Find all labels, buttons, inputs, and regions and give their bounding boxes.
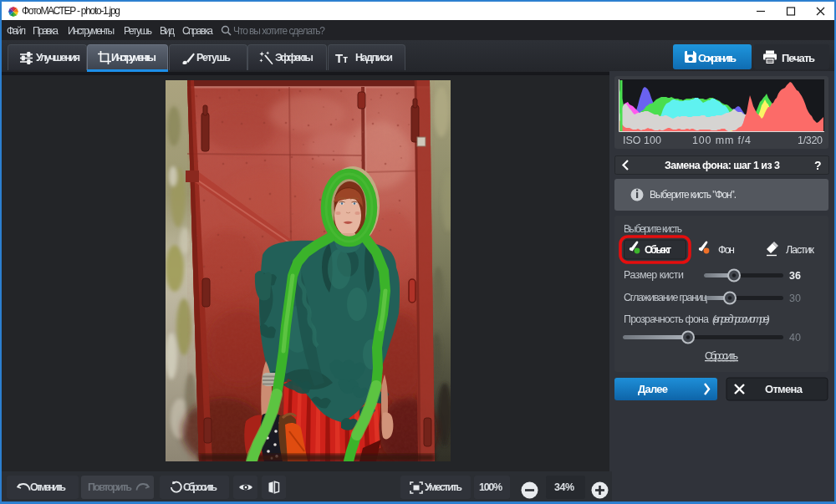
svg-text:(в предпросмотре): (в предпросмотре) [712,313,770,325]
svg-text:Сбросить: Сбросить [183,481,217,493]
svg-text:Отменить: Отменить [30,481,66,493]
svg-text:Выберите кисть "Фон".: Выберите кисть "Фон". [650,189,737,201]
svg-text:100%: 100% [479,481,502,493]
svg-text:Инструменты: Инструменты [111,52,156,64]
svg-text:?: ? [814,159,822,172]
svg-text:Инструменты: Инструменты [68,25,115,37]
svg-text:Уместить: Уместить [425,481,462,493]
svg-text:ISO 100: ISO 100 [623,135,661,146]
svg-text:36: 36 [789,270,801,282]
svg-text:Улучшения: Улучшения [36,52,80,64]
svg-text:Файл: Файл [7,25,26,37]
svg-text:Сглаживание границ: Сглаживание границ [624,292,707,303]
svg-text:Ретушь: Ретушь [196,52,231,64]
svg-text:Замена фона: шаг 1 из 3: Замена фона: шаг 1 из 3 [665,160,780,171]
svg-text:Объект: Объект [645,244,671,256]
svg-text:30: 30 [789,293,801,304]
svg-text:Выберите кисть: Выберите кисть [624,223,682,235]
svg-text:Фон: Фон [718,244,735,256]
svg-text:Правка: Правка [33,25,59,37]
svg-text:Печать: Печать [782,52,815,64]
svg-text:Прозрачность фона: Прозрачность фона [624,313,709,325]
svg-text:Ластик: Ластик [786,244,815,256]
svg-text:Tт: Tт [335,51,348,65]
svg-text:Далее: Далее [638,383,668,395]
svg-text:100 mm f/4: 100 mm f/4 [692,135,751,146]
svg-text:Сохранить: Сохранить [698,52,737,64]
svg-text:1/320: 1/320 [798,135,823,146]
svg-text:Вид: Вид [160,25,175,37]
svg-text:Размер кисти: Размер кисти [624,269,684,281]
svg-text:ФотоМАСТЕР - photo-1.jpg: ФотоМАСТЕР - photo-1.jpg [22,5,120,17]
svg-text:Эффекты: Эффекты [275,52,314,64]
svg-text:Отмена: Отмена [765,383,803,395]
svg-text:Что вы хотите сделать?: Что вы хотите сделать? [233,25,325,37]
svg-text:Справка: Справка [182,25,213,37]
svg-text:40: 40 [789,332,801,344]
svg-text:Ретушь: Ретушь [124,25,152,37]
svg-text:Надписи: Надписи [355,52,393,64]
svg-text:34%: 34% [554,481,574,493]
svg-text:Повторить: Повторить [88,481,132,493]
svg-text:Сбросить: Сбросить [705,350,738,362]
